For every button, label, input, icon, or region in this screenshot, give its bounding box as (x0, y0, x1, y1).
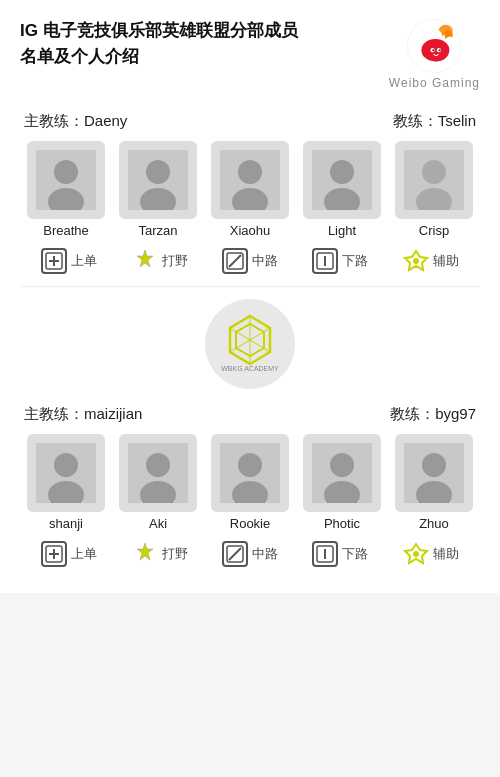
t2-support-icon (403, 541, 429, 567)
t2-role-jungle: 打野 (132, 541, 188, 567)
player-light-photo (303, 141, 381, 219)
player-aki: Aki (114, 434, 202, 531)
player-zhuo: Zhuo (390, 434, 478, 531)
page-title: IG 电子竞技俱乐部英雄联盟分部成员名单及个人介绍 (20, 18, 300, 69)
team2-coach: 教练：byg97 (390, 405, 476, 424)
t2-role-bot: 下路 (312, 541, 368, 567)
role-top-label: 上单 (71, 252, 97, 270)
player-rookie-name: Rookie (230, 516, 270, 531)
svg-line-61 (229, 548, 241, 560)
t2-role-mid-label: 中路 (252, 545, 278, 563)
svg-point-65 (413, 551, 419, 557)
t2-role-jungle-label: 打野 (162, 545, 188, 563)
role-mid-label: 中路 (252, 252, 278, 270)
role-mid: 中路 (222, 248, 278, 274)
player-light: Light (298, 141, 386, 238)
team1-roles-row: 上单 打野 中路 (20, 248, 480, 274)
weibo-icon (406, 18, 462, 74)
t2-role-bot-label: 下路 (342, 545, 368, 563)
role-jungle-label: 打野 (162, 252, 188, 270)
player-tarzan: Tarzan (114, 141, 202, 238)
player-photic-photo (303, 434, 381, 512)
player-zhuo-photo (395, 434, 473, 512)
bot-icon (312, 248, 338, 274)
player-tarzan-name: Tarzan (138, 223, 177, 238)
player-shanji-photo (27, 434, 105, 512)
team2-coaches-row: 主教练：maizijian 教练：byg97 (20, 405, 480, 424)
t2-top-icon (41, 541, 67, 567)
team2-logo: WBKG ACADEMY (205, 299, 295, 389)
t2-role-support: 辅助 (403, 541, 459, 567)
team2-players-row: shanji Aki (20, 434, 480, 531)
svg-point-20 (422, 160, 446, 184)
support-icon (403, 248, 429, 274)
player-aki-photo (119, 434, 197, 512)
svg-point-5 (433, 49, 435, 51)
role-jungle: 打野 (132, 248, 188, 274)
t2-role-mid: 中路 (222, 541, 278, 567)
t2-role-top: 上单 (41, 541, 97, 567)
team1-head-coach: 主教练：Daeny (24, 112, 127, 131)
team2-head-coach: 主教练：maizijian (24, 405, 142, 424)
player-shanji-name: shanji (49, 516, 83, 531)
player-photic: Photic (298, 434, 386, 531)
svg-point-32 (413, 258, 419, 264)
team1-section: 主教练：Daeny 教练：Tselin Breathe (20, 112, 480, 274)
player-photic-name: Photic (324, 516, 360, 531)
mid-icon (222, 248, 248, 274)
role-support: 辅助 (403, 248, 459, 274)
svg-point-6 (439, 49, 441, 51)
svg-point-53 (422, 453, 446, 477)
player-zhuo-name: Zhuo (419, 516, 449, 531)
team2-logo-center: WBKG ACADEMY (20, 299, 480, 389)
player-rookie: Rookie (206, 434, 294, 531)
svg-point-41 (54, 453, 78, 477)
svg-point-8 (54, 160, 78, 184)
team1-coach: 教练：Tselin (393, 112, 476, 131)
player-tarzan-photo (119, 141, 197, 219)
weibo-logo: Weibo Gaming (389, 18, 480, 90)
team1-coaches-row: 主教练：Daeny 教练：Tselin (20, 112, 480, 131)
player-xiaohu-photo (211, 141, 289, 219)
team2-section: 主教练：maizijian 教练：byg97 shanji (20, 405, 480, 567)
player-rookie-photo (211, 434, 289, 512)
weibo-brand-text: Weibo Gaming (389, 76, 480, 90)
team2-roles-row: 上单 打野 中路 (20, 541, 480, 567)
player-breathe-name: Breathe (43, 223, 89, 238)
t2-mid-icon (222, 541, 248, 567)
t2-jungle-icon (132, 541, 158, 567)
jungle-icon (132, 248, 158, 274)
player-crisp-photo (395, 141, 473, 219)
page-container: IG 电子竞技俱乐部英雄联盟分部成员名单及个人介绍 (0, 0, 500, 593)
svg-point-47 (238, 453, 262, 477)
svg-text:WBKG ACADEMY: WBKG ACADEMY (221, 365, 279, 372)
svg-point-44 (146, 453, 170, 477)
svg-point-50 (330, 453, 354, 477)
team2-logo-svg: WBKG ACADEMY (210, 304, 290, 384)
svg-point-14 (238, 160, 262, 184)
t2-bot-icon (312, 541, 338, 567)
role-support-label: 辅助 (433, 252, 459, 270)
player-shanji: shanji (22, 434, 110, 531)
role-top: 上单 (41, 248, 97, 274)
role-bot-label: 下路 (342, 252, 368, 270)
team1-players-row: Breathe Tarzan (20, 141, 480, 238)
player-xiaohu: Xiaohu (206, 141, 294, 238)
player-aki-name: Aki (149, 516, 167, 531)
svg-line-28 (229, 255, 241, 267)
player-crisp-name: Crisp (419, 223, 449, 238)
t2-role-top-label: 上单 (71, 545, 97, 563)
player-light-name: Light (328, 223, 356, 238)
player-xiaohu-name: Xiaohu (230, 223, 270, 238)
player-breathe-photo (27, 141, 105, 219)
t2-role-support-label: 辅助 (433, 545, 459, 563)
player-breathe: Breathe (22, 141, 110, 238)
role-bot: 下路 (312, 248, 368, 274)
svg-point-17 (330, 160, 354, 184)
section-divider (20, 286, 480, 287)
svg-point-11 (146, 160, 170, 184)
player-crisp: Crisp (390, 141, 478, 238)
top-icon (41, 248, 67, 274)
